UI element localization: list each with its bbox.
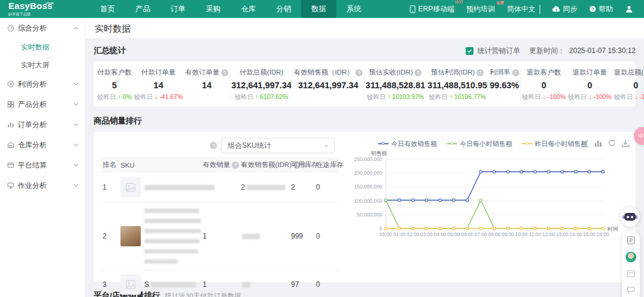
- nav-item-2[interactable]: 订单: [160, 0, 196, 18]
- nav-item-6[interactable]: 数据: [301, 0, 336, 18]
- stat-8: 退款客户数0较昨日 ↓ -100%: [521, 68, 567, 101]
- arrow-up-icon: ↑: [388, 93, 392, 100]
- stat-label: 有效销售额（IDR）?: [294, 68, 363, 77]
- redacted-text: [242, 282, 250, 287]
- info-icon[interactable]: ?: [355, 69, 363, 76]
- arrow-up-icon: ↑: [450, 93, 454, 100]
- col-header-inner: 排名: [103, 160, 116, 169]
- stat-label: 付款总额(IDR): [231, 68, 292, 77]
- nav-item-1[interactable]: 产品: [125, 0, 160, 18]
- chevron-down-icon: [74, 182, 78, 187]
- sku-stat-help-icon[interactable]: ?: [210, 142, 217, 149]
- stat-label-text: 预估利润(IDR): [431, 68, 475, 77]
- chat-icon[interactable]: [626, 285, 636, 295]
- sidebar-item-0-1[interactable]: 实时大屏: [0, 56, 85, 74]
- sidebar-group-3[interactable]: 订单分析: [0, 115, 85, 135]
- sidebar-group-2[interactable]: 产品分析: [0, 94, 85, 115]
- info-icon[interactable]: ?: [414, 69, 422, 76]
- nav-item-7[interactable]: 系统: [336, 0, 371, 18]
- stat-label: 利润率?: [490, 68, 519, 77]
- sales-chart-panel: 今日有效销售额今日每小时销售额昨日每小时销售额 050,000,000100,0…: [335, 137, 631, 276]
- compare-label: 较昨日: [522, 93, 543, 100]
- refresh-icon[interactable]: [608, 139, 616, 147]
- compare-label: 较昨日: [429, 93, 449, 100]
- main-area: 实时数据 汇总统计 统计营销订单 更新时间： 2025-01-07 15:30:…: [85, 18, 644, 297]
- download-icon[interactable]: [621, 139, 630, 147]
- stat-label: 有效订单量?: [185, 68, 228, 77]
- nav-right-3[interactable]: 同步: [552, 4, 577, 14]
- logo[interactable]: EasyBoss.com 妙手旗下品牌: [0, 0, 85, 18]
- sku-stat-select[interactable]: 组合SKU统计: [221, 138, 335, 153]
- sidebar-group-1[interactable]: 利润分析: [0, 74, 85, 94]
- logo-title: EasyBoss.com: [8, 1, 52, 10]
- arrow-up-icon: ↑: [117, 93, 122, 100]
- sku-line: [144, 206, 201, 215]
- col-header-2[interactable]: 有效销量?: [201, 157, 239, 173]
- stat-change: 较昨日 ↓ -100%: [568, 93, 612, 101]
- nav-right-4[interactable]: ?帮助: [589, 4, 613, 14]
- valid-qty-cell: 1: [201, 270, 239, 297]
- nav-item-5[interactable]: 分销: [266, 0, 301, 18]
- card-icon[interactable]: [626, 269, 636, 279]
- chevron-down-icon: [324, 143, 329, 147]
- chevron-down-icon: [74, 81, 78, 85]
- stat-label: 预估实收(IDR)?: [366, 68, 425, 77]
- sku-line: [144, 227, 201, 235]
- nav-right-label: 帮助: [599, 4, 613, 14]
- info-icon[interactable]: ?: [232, 162, 239, 169]
- svg-text:08:00: 08:00: [488, 231, 501, 237]
- main-nav: 首页产品订单采购仓库分销数据系统: [90, 0, 371, 18]
- sidebar-group-6[interactable]: 作业分析: [0, 175, 85, 196]
- stat-value: 312,641,997.34: [231, 81, 292, 90]
- nav-item-0[interactable]: 首页: [90, 0, 125, 18]
- marketing-orders-checkbox[interactable]: [466, 47, 473, 55]
- svg-text:时间: 时间: [608, 226, 618, 232]
- info-icon[interactable]: ?: [476, 69, 484, 76]
- redacted-text: [144, 249, 198, 253]
- nav-right-2[interactable]: 简体中文: [507, 4, 540, 14]
- sidebar-group-label: 利润分析: [18, 79, 71, 89]
- legend-item-1[interactable]: 今日每小时销售额: [447, 140, 512, 148]
- page-title: 实时数据: [95, 23, 131, 33]
- svg-text:0: 0: [379, 225, 382, 231]
- info-icon[interactable]: ?: [221, 69, 228, 76]
- product-ranking-title: 商品销量排行: [94, 116, 142, 126]
- stat-label-text: 付款总额(IDR): [240, 68, 283, 77]
- col-header-label: 可用库存: [291, 160, 318, 169]
- sidebar-item-0-0[interactable]: 实时数据: [0, 38, 85, 56]
- svg-text:05:00: 05:00: [447, 231, 460, 237]
- nav-item-3[interactable]: 采购: [196, 0, 231, 18]
- nav-right-0[interactable]: ERP移动端HOT: [410, 4, 454, 14]
- checkbox-label[interactable]: 统计营销订单: [478, 46, 521, 56]
- info-icon[interactable]: ?: [512, 69, 519, 76]
- compare-label: 较昨日: [97, 93, 117, 100]
- nav-right-label: ERP移动端: [418, 4, 454, 14]
- nav-badge: 免费: [496, 0, 504, 5]
- legend-item-2[interactable]: 昨日每小时销售额: [522, 140, 587, 148]
- col-header-label: 排名: [103, 160, 116, 169]
- product-image: [120, 226, 141, 246]
- change-percent: 10106.77%: [454, 93, 486, 100]
- sidebar-group-4[interactable]: 仓库分析: [0, 135, 85, 155]
- chart-bar-icon[interactable]: [594, 139, 602, 147]
- legend-item-0[interactable]: 今日有效销售额: [378, 140, 437, 148]
- stat-label: 预估利润(IDR)?: [428, 68, 487, 77]
- chatbot-float-button[interactable]: [620, 207, 640, 227]
- available-stock-cell: 97: [289, 270, 314, 297]
- stat-change: [294, 93, 363, 101]
- nav-item-4[interactable]: 仓库: [231, 0, 266, 18]
- top-navbar: EasyBoss.com 妙手旗下品牌 首页产品订单采购仓库分销数据系统 ERP…: [0, 0, 644, 18]
- sidebar-group-5[interactable]: 平台结算: [0, 155, 85, 175]
- col-header-3[interactable]: 有效销售额(IDR)?: [239, 157, 289, 173]
- sidebar-group-0[interactable]: 综合分析: [0, 18, 85, 38]
- user-menu[interactable]: [625, 5, 633, 13]
- col-header-inner: SKU: [120, 162, 135, 169]
- chevron-down-icon: [74, 142, 78, 146]
- nav-right-label: 预约培训: [466, 4, 495, 14]
- redacted-text: [242, 234, 260, 239]
- chart-line-icon[interactable]: [580, 139, 589, 147]
- support-avatar[interactable]: [626, 252, 636, 262]
- summary-header: 汇总统计 统计营销订单 更新时间： 2025-01-07 15:30:12: [94, 44, 636, 57]
- nav-right-1[interactable]: 预约培训免费: [466, 4, 495, 14]
- document-icon[interactable]: [626, 236, 636, 245]
